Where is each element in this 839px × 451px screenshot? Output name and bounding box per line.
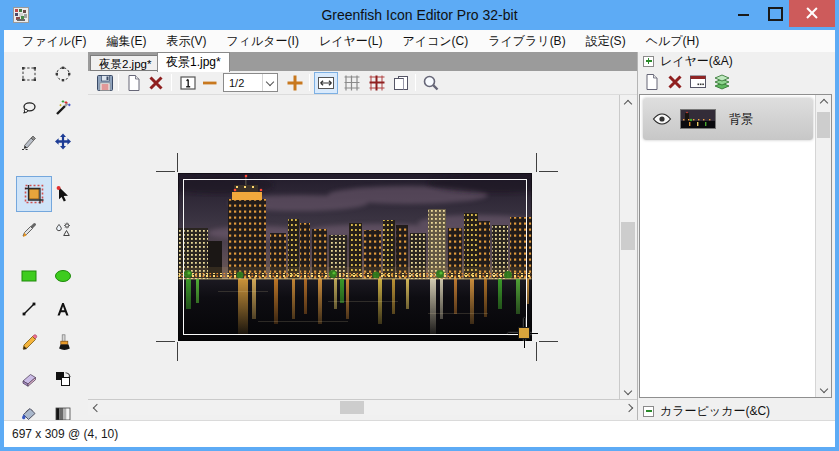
chevron-left-icon [92,403,100,411]
zoom-out-button[interactable] [200,73,220,93]
brush-icon [54,334,72,352]
layers-toolbar [638,70,836,94]
tool-pencil[interactable] [12,327,46,359]
pen-selection-icon [20,133,38,151]
layer-row-background[interactable]: 背景 [643,98,813,140]
page-toolbar: 1/2 [88,71,637,95]
scroll-down-button[interactable] [816,381,831,397]
vertical-scroll-thumb[interactable] [621,222,635,250]
scroll-up-button[interactable] [816,95,831,111]
crop-mark [177,153,178,172]
app-window: Greenfish Icon Editor Pro 32-bit ファイル(F)… [0,0,839,451]
gradient-icon [54,405,72,420]
layer-thumbnail [681,110,715,128]
lasso-icon [20,99,38,117]
delete-layer-button[interactable] [665,72,685,92]
layer-list-scrollbar[interactable] [815,95,831,397]
tool-pen-selection[interactable] [12,126,46,158]
pencil-icon [20,334,38,352]
tool-paint-bucket[interactable] [12,398,46,420]
menu-edit[interactable]: 編集(E) [96,30,156,52]
layer-list: 背景 [639,94,832,398]
zoom-in-button[interactable] [285,73,305,93]
minimize-button[interactable] [729,0,759,26]
magnifier-button[interactable] [421,73,441,93]
save-button[interactable] [95,73,115,93]
fit-window-icon [316,74,336,92]
scroll-left-button[interactable] [88,400,105,415]
scroll-right-button[interactable] [620,400,637,415]
ellipse-icon [54,267,72,285]
zoom-level-combo[interactable]: 1/2 [223,73,278,92]
new-page-button[interactable] [124,73,144,93]
tool-retouch[interactable] [46,214,80,246]
menu-settings[interactable]: 設定(S) [576,30,636,52]
canvas-horizontal-scrollbar[interactable] [88,399,637,415]
tool-magic-wand[interactable] [46,92,80,124]
magic-wand-icon [54,99,72,117]
vertical-scroll-thumb[interactable] [817,112,830,138]
tool-line[interactable] [12,293,46,325]
tool-eyedropper[interactable] [12,214,46,246]
toolbar-separator [415,74,416,91]
tool-eraser[interactable] [12,363,46,395]
menu-file[interactable]: ファイル(F) [12,30,96,52]
tool-text[interactable] [46,293,80,325]
scroll-down-button[interactable] [620,382,636,399]
menu-filter[interactable]: フィルター(I) [216,30,308,52]
text-icon [54,300,72,318]
new-layer-button[interactable] [642,72,662,92]
tab-document-2[interactable]: 夜景2.jpg* [90,55,160,71]
crop-mark [156,171,175,172]
right-panel: レイヤー(&A) 背景 [637,52,835,420]
tool-rectangle[interactable] [12,260,46,292]
actual-size-button[interactable] [178,73,198,93]
fit-window-button[interactable] [314,72,338,94]
merge-layers-icon [713,73,731,91]
menu-view[interactable]: 表示(V) [156,30,216,52]
pages-icon [392,74,410,92]
menu-layer[interactable]: レイヤー(L) [309,30,393,52]
merge-layers-button[interactable] [712,72,732,92]
new-layer-icon [643,73,661,91]
delete-page-button[interactable] [146,73,166,93]
toggle-pages-button[interactable] [391,73,411,93]
canvas-area[interactable] [88,95,619,399]
toggle-grid-button[interactable] [342,73,362,93]
color-picker-panel-header[interactable]: カラーピッカー(&C) [638,402,836,420]
layer-properties-button[interactable] [688,72,708,92]
tab-document-1[interactable]: 夜景1.jpg* [157,52,230,72]
maximize-button[interactable] [759,0,789,26]
layer-visibility-eye-icon[interactable] [652,112,672,126]
menu-library[interactable]: ライブラリ(B) [478,30,575,52]
crop-mark [177,342,178,361]
menu-help[interactable]: ヘルプ(H) [636,30,710,52]
tool-select-ellipse[interactable] [46,58,80,90]
collapse-minus-icon[interactable] [643,406,654,417]
tool-brush[interactable] [46,327,80,359]
color-picker-panel-title: カラーピッカー(&C) [660,403,770,420]
selection-resize-handle[interactable] [518,327,530,339]
toggle-centerlines-button[interactable] [367,73,387,93]
layers-panel-header[interactable]: レイヤー(&A) [638,52,836,70]
tool-swap-colors[interactable] [46,363,80,395]
tool-move[interactable] [46,126,80,158]
horizontal-scroll-thumb[interactable] [340,401,364,414]
title-bar: Greenfish Icon Editor Pro 32-bit [0,0,839,30]
tool-lasso[interactable] [12,92,46,124]
scroll-up-button[interactable] [620,95,636,112]
crop-selection[interactable] [183,179,527,335]
canvas-vertical-scrollbar[interactable] [619,95,636,399]
select-ellipse-icon [54,65,72,83]
tool-pick-layer[interactable] [46,178,80,210]
window-controls [729,0,835,28]
tool-gradient[interactable] [46,398,80,420]
close-button[interactable] [789,0,835,27]
select-rectangle-icon [20,65,38,83]
crop-mark [536,342,537,361]
tool-ellipse[interactable] [46,260,80,292]
expand-plus-icon[interactable] [643,56,654,67]
tool-select-rectangle[interactable] [12,58,46,90]
combo-dropdown-button[interactable] [262,74,277,91]
menu-icon[interactable]: アイコン(C) [392,30,478,52]
